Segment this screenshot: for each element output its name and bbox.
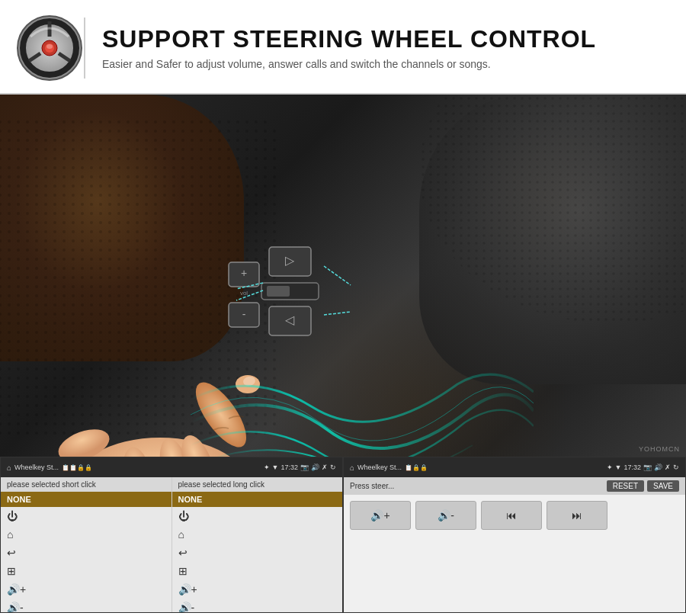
- main-image-area: + vol - ▷ ◁: [0, 95, 686, 613]
- next-track-button[interactable]: ⏭: [547, 501, 607, 530]
- long-click-none[interactable]: NONE: [172, 492, 343, 507]
- list-item[interactable]: ⊞: [178, 563, 337, 579]
- media-controls: 🔊+ 🔊- ⏮ ⏭: [344, 495, 685, 536]
- steering-wheel-logo: [15, 14, 84, 82]
- press-bar: Press steer... RESET SAVE: [344, 477, 685, 495]
- svg-text:▷: ▷: [285, 254, 295, 267]
- list-item[interactable]: ⌂: [178, 527, 337, 542]
- list-item[interactable]: ⏻: [178, 509, 337, 524]
- page-subtitle: Easier and Safer to adjust volume, answe…: [102, 58, 596, 70]
- list-item[interactable]: ⊞: [7, 563, 165, 579]
- watermark: YOHOMCN: [639, 445, 680, 453]
- left-status-bar: ⌂ Wheelkey St... 📋📋🔒🔒 ✦▼17:32 📷🔊✗↻: [1, 457, 342, 477]
- left-status-small-icons: 📋📋🔒🔒: [62, 464, 92, 471]
- right-android-screen: ⌂ Wheelkey St... 📋🔒🔒 ✦▼17:32 📷🔊✗↻ Press …: [343, 457, 686, 613]
- left-home-icon[interactable]: ⌂: [7, 464, 11, 472]
- svg-line-23: [324, 266, 351, 285]
- long-click-label: please selected long click: [172, 477, 343, 492]
- right-status-small-icons: 📋🔒🔒: [405, 464, 428, 471]
- list-item[interactable]: 🔊-: [178, 600, 337, 613]
- header-divider: [84, 18, 85, 79]
- right-app-name: Wheelkey St...: [357, 464, 402, 471]
- list-item[interactable]: ⌂: [7, 527, 165, 542]
- svg-point-7: [46, 44, 53, 49]
- right-screen-content: Press steer... RESET SAVE 🔊+ 🔊- ⏮ ⏭: [344, 477, 685, 612]
- svg-line-24: [324, 312, 351, 315]
- prev-track-button[interactable]: ⏮: [481, 501, 542, 530]
- screens-container: ⌂ Wheelkey St... 📋📋🔒🔒 ✦▼17:32 📷🔊✗↻ pleas…: [0, 457, 686, 613]
- left-app-name: Wheelkey St...: [14, 464, 59, 471]
- short-click-none[interactable]: NONE: [1, 492, 172, 507]
- reset-button[interactable]: RESET: [607, 480, 644, 492]
- right-status-icons: ✦▼17:32 📷🔊✗↻: [607, 464, 679, 471]
- long-click-icon-list: ⏻ ⌂ ↩ ⊞ 🔊+ 🔊-: [172, 507, 343, 613]
- short-click-panel: please selected short click NONE ⏻ ⌂ ↩ ⊞…: [1, 477, 172, 613]
- list-item[interactable]: 🔊-: [7, 600, 165, 613]
- short-long-container: please selected short click NONE ⏻ ⌂ ↩ ⊞…: [1, 477, 342, 613]
- right-status-bar: ⌂ Wheelkey St... 📋🔒🔒 ✦▼17:32 📷🔊✗↻: [344, 457, 685, 477]
- list-item[interactable]: ↩: [178, 545, 337, 560]
- list-item[interactable]: ⏻: [7, 509, 165, 524]
- header-text-block: SUPPORT STEERING WHEEL CONTROL Easier an…: [102, 26, 596, 69]
- left-android-screen: ⌂ Wheelkey St... 📋📋🔒🔒 ✦▼17:32 📷🔊✗↻ pleas…: [0, 457, 343, 613]
- leather-detail-top: [419, 95, 686, 323]
- page-title: SUPPORT STEERING WHEEL CONTROL: [102, 26, 596, 53]
- right-home-icon[interactable]: ⌂: [350, 464, 354, 472]
- save-button[interactable]: SAVE: [647, 480, 679, 492]
- short-click-label: please selected short click: [1, 477, 172, 492]
- reset-save-group: RESET SAVE: [607, 480, 679, 492]
- vol-up-button[interactable]: 🔊+: [350, 501, 411, 530]
- list-item[interactable]: 🔊+: [178, 582, 337, 597]
- left-status-icons: ✦▼17:32 📷🔊✗↻: [264, 464, 336, 471]
- vol-down-button[interactable]: 🔊-: [415, 501, 476, 530]
- svg-point-11: [419, 95, 686, 323]
- press-label: Press steer...: [350, 482, 394, 490]
- list-item[interactable]: ↩: [7, 545, 165, 560]
- long-click-panel: please selected long click NONE ⏻ ⌂ ↩ ⊞ …: [172, 477, 343, 613]
- page-header: SUPPORT STEERING WHEEL CONTROL Easier an…: [0, 0, 686, 95]
- list-item[interactable]: 🔊+: [7, 582, 165, 597]
- svg-text:+: +: [241, 267, 247, 279]
- short-click-icon-list: ⏻ ⌂ ↩ ⊞ 🔊+ 🔊-: [1, 507, 172, 613]
